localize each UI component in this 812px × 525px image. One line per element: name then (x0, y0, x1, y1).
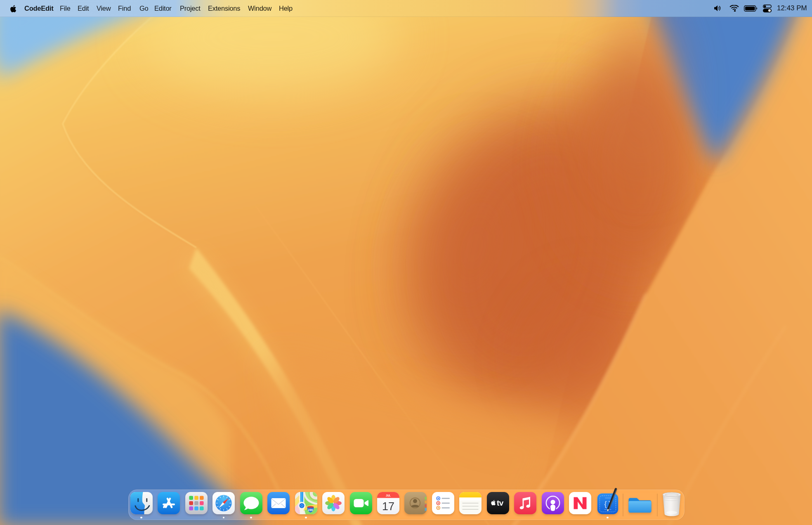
svg-text:{: { (604, 499, 607, 508)
svg-text:280: 280 (308, 508, 313, 512)
svg-text:17: 17 (382, 500, 394, 513)
svg-text:JUL: JUL (386, 494, 391, 497)
svg-text:tv: tv (497, 499, 504, 507)
